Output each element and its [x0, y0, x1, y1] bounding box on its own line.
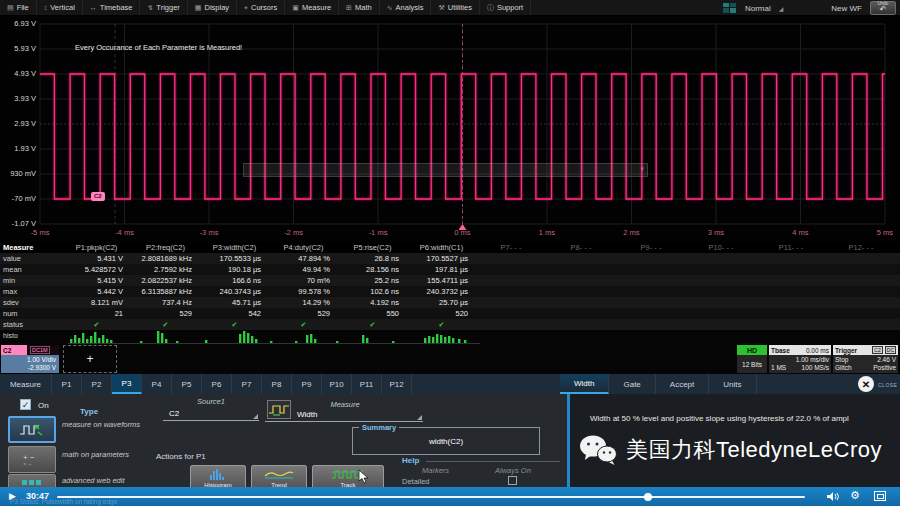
menu-vertical[interactable]: ↕Vertical — [37, 0, 83, 15]
undo-button[interactable]: Undo ↶ — [870, 1, 896, 15]
new-wf-label[interactable]: New WF — [831, 4, 862, 13]
trigger-icon: ↯ — [147, 4, 153, 12]
table-cell: ✔ — [407, 319, 476, 330]
table-cell: ✔ — [131, 319, 200, 330]
timebase-descriptor[interactable]: Tbase 0.00 ms 1.00 ms/div 1 MS 100 MS/s — [769, 345, 831, 373]
table-cell: 166.6 ns — [200, 275, 269, 286]
c2-channel-descriptor[interactable]: C2 DC1M 1.00 V/div -2.9300 V — [1, 345, 59, 373]
table-cell: P2:freq(C2) — [131, 242, 200, 253]
table-cell: 240.3732 µs — [407, 286, 476, 297]
menu-timebase[interactable]: ↔Timebase — [83, 0, 141, 15]
progress-bar[interactable] — [57, 496, 805, 498]
lecroy-oscilloscope-screen: ▤File↕Vertical↔Timebase↯Trigger▦Display⌖… — [0, 0, 900, 506]
descriptor-row: C2 DC1M 1.00 V/div -2.9300 V + HD 12 Bit… — [0, 345, 900, 374]
table-cell — [686, 264, 756, 275]
tab-p5[interactable]: P5 — [172, 374, 202, 394]
dialog-tab-gate[interactable]: Gate — [609, 374, 655, 394]
trigger-source-badge: C2 — [872, 346, 882, 354]
file-icon: ▤ — [7, 4, 14, 12]
menu-display[interactable]: ▦Display — [188, 0, 237, 15]
dialog-tab-accept[interactable]: Accept — [656, 374, 709, 394]
tab-p12[interactable]: P12 — [382, 374, 412, 394]
table-cell: 170.5527 µs — [407, 253, 476, 264]
tab-p8[interactable]: P8 — [262, 374, 292, 394]
tab-p1[interactable]: P1 — [52, 374, 82, 394]
table-cell: 529 — [269, 308, 338, 319]
menu-math[interactable]: ⊞Math — [339, 0, 380, 15]
trigger-level: 2.46 V — [877, 356, 896, 364]
volume-icon[interactable] — [826, 491, 840, 502]
type-math-on-parameters-button[interactable]: + − × ÷ — [8, 446, 56, 473]
menu-cursors[interactable]: ⌖Cursors — [237, 0, 285, 15]
on-checkbox[interactable]: ✓ — [20, 399, 31, 410]
trigger-coupling-badge: DC — [885, 346, 896, 354]
table-cell: sdev — [0, 297, 62, 308]
table-cell — [546, 286, 616, 297]
menu-analysis[interactable]: ∿Analysis — [380, 0, 432, 15]
cursors-icon: ⌖ — [244, 4, 248, 12]
tab-p9[interactable]: P9 — [292, 374, 322, 394]
table-cell: 5.428572 V — [62, 264, 131, 275]
table-cell: 8.121 mV — [62, 297, 131, 308]
help-divider — [426, 461, 560, 462]
menu-measure[interactable]: ▣Measure — [285, 0, 339, 15]
tab-p11[interactable]: P11 — [352, 374, 382, 394]
table-cell: min — [0, 275, 62, 286]
dialog-tab-units[interactable]: Units — [709, 374, 756, 394]
utilities-icon: ⚒ — [438, 4, 444, 12]
tab-p3[interactable]: P3 — [112, 374, 142, 394]
menu-trigger[interactable]: ↯Trigger — [140, 0, 187, 15]
type-measure-on-waveforms-button[interactable] — [8, 416, 56, 443]
c2-name: C2 — [1, 345, 27, 355]
close-icon[interactable]: ✕ — [858, 376, 874, 392]
table-cell — [616, 275, 686, 286]
menu-utilities[interactable]: ⚒Utilities — [431, 0, 479, 15]
tab-p7[interactable]: P7 — [232, 374, 262, 394]
progress-handle[interactable] — [644, 493, 652, 501]
tab-measure[interactable]: Measure — [0, 374, 52, 394]
table-cell: 4.192 ns — [338, 297, 407, 308]
x-tick: 4 ms — [786, 228, 816, 237]
measure-select[interactable]: Width — [265, 399, 423, 422]
x-tick: 5 ms — [870, 228, 900, 237]
table-cell: 190.18 µs — [200, 264, 269, 275]
wechat-icon — [578, 434, 618, 466]
math-icon: ⊞ — [346, 4, 352, 12]
table-cell — [686, 286, 756, 297]
dialog-tab-width[interactable]: Width — [560, 374, 609, 394]
c2-coupling-badge: DC1M — [30, 346, 50, 354]
tab-p2[interactable]: P2 — [82, 374, 112, 394]
y-tick: 1.93 V — [2, 144, 36, 153]
actions-for-p1-label: Actions for P1 — [156, 452, 206, 461]
table-cell: 99.578 % — [269, 286, 338, 297]
menu-file[interactable]: ▤File — [0, 0, 37, 15]
table-cell: 170.5533 µs — [200, 253, 269, 264]
table-cell: ✔ — [269, 319, 338, 330]
tab-p4[interactable]: P4 — [142, 374, 172, 394]
always-on-checkbox[interactable] — [508, 476, 517, 485]
waveform-display[interactable]: Every Occurance of Each Parameter is Mea… — [0, 16, 900, 242]
tab-p10[interactable]: P10 — [322, 374, 352, 394]
display-layout-icon[interactable] — [723, 3, 737, 14]
menu-support[interactable]: ⓘSupport — [480, 0, 531, 15]
table-cell: status — [0, 319, 62, 330]
hd-descriptor[interactable]: HD 12 Bits — [737, 345, 767, 373]
table-cell: 155.4711 µs — [407, 275, 476, 286]
table-cell: 2.7592 kHz — [131, 264, 200, 275]
table-cell: 5.415 V — [62, 275, 131, 286]
histo-label: histo — [3, 332, 18, 339]
c2-offset: -2.9300 V — [1, 364, 56, 372]
table-cell: ✔ — [338, 319, 407, 330]
source1-select[interactable]: C2 — [163, 406, 259, 421]
table-cell: ✔ — [62, 319, 131, 330]
display-mode-select[interactable]: Normal — [745, 4, 771, 13]
table-cell: P5:rise(C2) — [338, 242, 407, 253]
trigger-descriptor[interactable]: Trigger C2 DC Stop 2.46 V Glitch Positiv… — [833, 345, 898, 373]
add-trace-button[interactable]: + — [63, 345, 117, 373]
y-tick: 5.93 V — [2, 44, 36, 53]
fullscreen-icon[interactable] — [874, 491, 886, 501]
tab-p6[interactable]: P6 — [202, 374, 232, 394]
settings-gear-icon[interactable]: ⚙ — [850, 489, 860, 502]
table-cell: 520 — [407, 308, 476, 319]
timebase-rate: 100 MS/s — [802, 364, 829, 372]
